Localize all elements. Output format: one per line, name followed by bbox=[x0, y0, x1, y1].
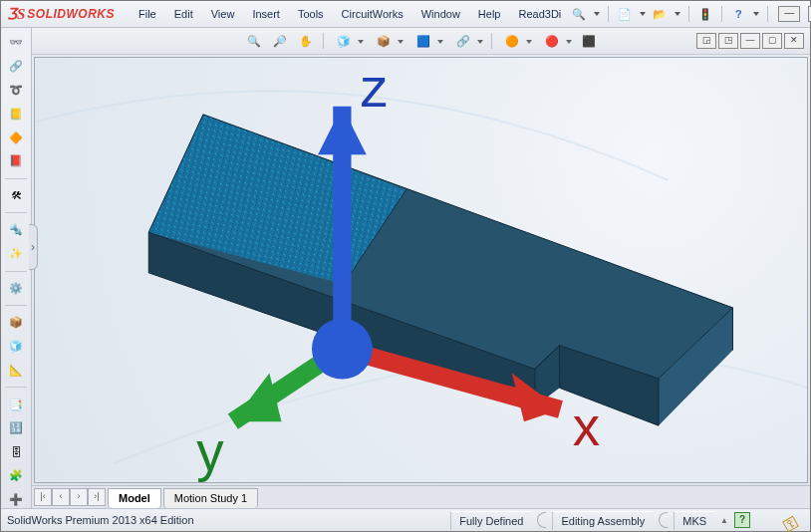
bottom-tabs: |‹ ‹ › ›| Model Motion Study 1 bbox=[32, 485, 810, 508]
left-panel-collapse-handle[interactable] bbox=[29, 224, 38, 270]
triad-x-label: x bbox=[573, 396, 600, 457]
align-left-icon[interactable]: 📑 bbox=[5, 396, 27, 413]
doc-restore-left[interactable]: ◲ bbox=[696, 33, 716, 49]
separator bbox=[5, 387, 27, 388]
tab-model[interactable]: Model bbox=[108, 488, 161, 508]
scene-sphere-icon[interactable]: 🔴 bbox=[538, 30, 574, 52]
status-help-icon[interactable]: ? bbox=[734, 512, 750, 528]
wrench-icon[interactable]: 🛠 bbox=[5, 187, 27, 205]
plus-icon[interactable]: ➕ bbox=[5, 490, 27, 508]
zoom-area-icon[interactable]: 🔎 bbox=[269, 30, 291, 52]
view-triad[interactable]: x y z bbox=[35, 58, 807, 482]
menu-insert[interactable]: Insert bbox=[244, 5, 288, 23]
tab-prev[interactable]: ‹ bbox=[52, 488, 70, 506]
app-name: SOLIDWORKS bbox=[27, 7, 115, 21]
orientation-icon[interactable]: 🧊 bbox=[330, 30, 366, 52]
menu-tools[interactable]: Tools bbox=[290, 5, 332, 23]
separator bbox=[721, 6, 722, 22]
3d-viewport[interactable]: x y z bbox=[34, 57, 808, 483]
box-icon[interactable]: 📦 bbox=[5, 314, 27, 332]
numbers-icon[interactable]: 🔢 bbox=[5, 419, 27, 437]
sketch-tool-icon[interactable]: ➰ bbox=[5, 82, 27, 100]
new-doc-icon[interactable]: 📄 bbox=[617, 6, 633, 22]
status-state: Fully Defined bbox=[450, 511, 531, 530]
measure-icon[interactable]: 📐 bbox=[5, 362, 27, 380]
search-icon[interactable]: 🔍 bbox=[571, 6, 587, 22]
pan-icon[interactable]: ✋ bbox=[295, 30, 317, 52]
separator bbox=[608, 6, 609, 22]
status-mode: Editing Assembly bbox=[552, 511, 653, 530]
help-drop-icon[interactable] bbox=[753, 12, 759, 16]
sub-window-controls: ◲ ◳ — ▢ ✕ bbox=[696, 33, 804, 49]
menu-right-icons: 🔍 📄 📂 🚦 ? — ▢ ✕ bbox=[571, 6, 811, 22]
tab-motion-study-1[interactable]: Motion Study 1 bbox=[163, 488, 258, 508]
view-toolbar: 🔍🔎✋🧊📦🟦🔗🟠🔴⬛ ◲ ◳ — ▢ ✕ bbox=[32, 28, 810, 55]
doc-close[interactable]: ✕ bbox=[784, 33, 804, 49]
solid-icon[interactable]: 🧊 bbox=[5, 338, 27, 356]
separator bbox=[5, 305, 27, 306]
zoom-fit-icon[interactable]: 🔍 bbox=[243, 30, 265, 52]
separator bbox=[323, 33, 324, 49]
main-body: 👓🔗➰📒🔶📕🛠🔩✨⚙️📦🧊📐📑🔢🗄🧩➕ 🔍🔎✋🧊📦🟦🔗🟠🔴⬛ ◲ ◳ — ▢ ✕ bbox=[1, 28, 810, 508]
viewport-column: 🔍🔎✋🧊📦🟦🔗🟠🔴⬛ ◲ ◳ — ▢ ✕ bbox=[32, 28, 810, 508]
menu-read3di[interactable]: Read3Di bbox=[510, 5, 569, 23]
link-icon[interactable]: 🔗 bbox=[5, 58, 27, 76]
doc-minimize[interactable]: — bbox=[740, 33, 760, 49]
separator bbox=[767, 6, 768, 22]
status-units-arrow-icon[interactable]: ▲ bbox=[720, 516, 728, 525]
fastener-icon[interactable]: 🔩 bbox=[5, 221, 27, 239]
new-doc-drop-icon[interactable] bbox=[640, 12, 646, 16]
menu-edit[interactable]: Edit bbox=[166, 5, 201, 23]
svg-marker-17 bbox=[318, 107, 367, 155]
glasses-icon[interactable]: 👓 bbox=[5, 34, 27, 52]
open-doc-drop-icon[interactable] bbox=[675, 12, 680, 16]
sheet-icon[interactable]: 📕 bbox=[5, 152, 27, 170]
separator bbox=[5, 178, 27, 179]
svg-marker-19 bbox=[233, 373, 282, 421]
ds-logo-icon: ƷS bbox=[7, 5, 25, 23]
notebook-icon[interactable]: 📒 bbox=[5, 105, 27, 123]
status-edition: SolidWorks Premium 2013 x64 Edition bbox=[7, 514, 194, 526]
doc-restore-right[interactable]: ◳ bbox=[718, 33, 738, 49]
image-capture-icon[interactable]: ⬛ bbox=[578, 30, 600, 52]
tab-last[interactable]: ›| bbox=[88, 488, 106, 506]
separator bbox=[688, 6, 689, 22]
triad-y-label: y bbox=[196, 420, 224, 482]
display-style-icon[interactable]: 📦 bbox=[370, 30, 406, 52]
svg-point-20 bbox=[312, 319, 373, 380]
tab-first[interactable]: |‹ bbox=[34, 488, 52, 506]
search-drop-icon[interactable] bbox=[594, 12, 600, 16]
chain-icon[interactable]: 🔗 bbox=[449, 30, 485, 52]
window-minimize[interactable]: — bbox=[778, 6, 800, 22]
menu-view[interactable]: View bbox=[203, 5, 243, 23]
separator bbox=[5, 212, 27, 213]
cabinet-icon[interactable]: 🗄 bbox=[5, 443, 27, 461]
section-icon[interactable]: 🟦 bbox=[409, 30, 445, 52]
rebuild-traffic-icon[interactable]: 🚦 bbox=[697, 6, 713, 22]
doc-maximize[interactable]: ▢ bbox=[762, 33, 782, 49]
status-bar: SolidWorks Premium 2013 x64 Edition Full… bbox=[1, 508, 810, 531]
spark-icon[interactable]: ✨ bbox=[5, 245, 27, 263]
app-logo: ƷS SOLIDWORKS bbox=[7, 5, 115, 23]
open-doc-icon[interactable]: 📂 bbox=[652, 6, 668, 22]
separator bbox=[5, 271, 27, 272]
status-key-icon[interactable]: ⚿ bbox=[780, 508, 806, 531]
feature-icon[interactable]: 🔶 bbox=[5, 129, 27, 146]
tab-next[interactable]: › bbox=[70, 488, 88, 506]
puzzle-icon[interactable]: 🧩 bbox=[5, 467, 27, 485]
left-toolbar: 👓🔗➰📒🔶📕🛠🔩✨⚙️📦🧊📐📑🔢🗄🧩➕ bbox=[1, 28, 32, 508]
status-divider-icon bbox=[659, 512, 668, 528]
status-units[interactable]: MKS bbox=[674, 511, 714, 530]
menu-bar: ƷS SOLIDWORKS File Edit View Insert Tool… bbox=[1, 1, 810, 28]
gear-icon[interactable]: ⚙️ bbox=[5, 279, 27, 297]
status-divider-icon bbox=[537, 512, 546, 528]
triad-z-label: z bbox=[361, 58, 388, 119]
appearance-sphere-icon[interactable]: 🟠 bbox=[498, 30, 534, 52]
menu-file[interactable]: File bbox=[131, 5, 164, 23]
help-icon[interactable]: ? bbox=[730, 6, 746, 22]
menu-help[interactable]: Help bbox=[470, 5, 509, 23]
menu-circuitworks[interactable]: CircuitWorks bbox=[334, 5, 411, 23]
menu-window[interactable]: Window bbox=[413, 5, 468, 23]
tab-nav: |‹ ‹ › ›| bbox=[32, 486, 108, 508]
separator bbox=[491, 33, 492, 49]
